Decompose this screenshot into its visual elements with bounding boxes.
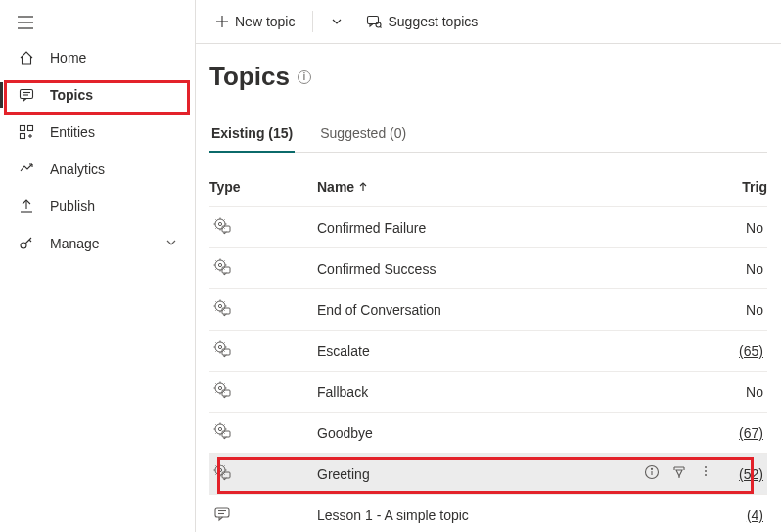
- suggest-topics-button[interactable]: Suggest topics: [360, 10, 483, 33]
- analytics-icon: [18, 160, 35, 178]
- svg-point-39: [218, 468, 221, 471]
- new-topic-button[interactable]: New topic: [209, 10, 300, 33]
- svg-point-43: [651, 468, 652, 469]
- trace-icon[interactable]: [671, 465, 687, 483]
- svg-rect-8: [21, 134, 25, 139]
- sidebar-item-label: Manage: [50, 236, 100, 251]
- page-title-text: Topics: [209, 62, 290, 92]
- more-icon[interactable]: [699, 465, 712, 483]
- table-row[interactable]: Fallback No: [209, 372, 767, 413]
- svg-point-46: [705, 470, 707, 472]
- publish-icon: [18, 198, 35, 215]
- row-name: Fallback: [317, 384, 611, 400]
- col-name[interactable]: Name: [317, 179, 611, 195]
- table-header: Type Name Trig: [209, 166, 767, 207]
- svg-point-36: [218, 427, 221, 430]
- svg-rect-25: [222, 267, 230, 273]
- table-row[interactable]: End of Conversation No: [209, 289, 767, 331]
- row-trigger: No: [718, 302, 767, 318]
- sidebar-item-manage[interactable]: Manage: [0, 225, 195, 262]
- suggest-topics-label: Suggest topics: [388, 14, 478, 29]
- row-type-icon: [209, 258, 317, 279]
- tab-existing[interactable]: Existing (15): [209, 117, 295, 153]
- tabs: Existing (15) Suggested (0): [209, 117, 767, 153]
- row-trigger: No: [718, 384, 767, 400]
- row-name: Confirmed Success: [317, 261, 611, 277]
- svg-line-18: [381, 26, 382, 27]
- new-topic-dropdown[interactable]: [325, 12, 348, 31]
- sidebar-item-publish[interactable]: Publish: [0, 188, 195, 225]
- row-name: Goodbye: [317, 425, 611, 441]
- table-row[interactable]: Escalate (65): [209, 331, 767, 372]
- col-type[interactable]: Type: [209, 179, 317, 195]
- details-icon[interactable]: [644, 465, 660, 483]
- row-name: Confirmed Failure: [317, 220, 611, 236]
- svg-rect-22: [222, 226, 230, 232]
- sidebar-item-home[interactable]: Home: [0, 39, 195, 76]
- svg-point-30: [218, 345, 221, 348]
- svg-rect-31: [222, 349, 230, 355]
- row-trigger[interactable]: (52): [718, 466, 767, 482]
- row-name: End of Conversation: [317, 302, 611, 318]
- sidebar-item-label: Topics: [50, 87, 93, 103]
- toolbar-separator: [312, 11, 313, 32]
- svg-rect-3: [21, 90, 33, 99]
- svg-rect-28: [222, 308, 230, 314]
- sidebar-item-topics[interactable]: Topics: [0, 76, 195, 113]
- sidebar-item-label: Analytics: [50, 161, 105, 177]
- row-name: Greeting: [317, 466, 611, 482]
- new-topic-label: New topic: [235, 14, 295, 29]
- col-trigger[interactable]: Trig: [718, 179, 767, 195]
- row-name: Escalate: [317, 343, 611, 359]
- table-row[interactable]: Confirmed Success No: [209, 248, 767, 289]
- info-icon[interactable]: i: [298, 70, 311, 84]
- sidebar: Home Topics: [0, 0, 196, 532]
- row-trigger: No: [718, 220, 767, 236]
- sidebar-item-analytics[interactable]: Analytics: [0, 151, 195, 188]
- manage-icon: [18, 235, 35, 252]
- row-name: Lesson 1 - A simple topic: [317, 508, 611, 523]
- table-row[interactable]: Lesson 1 - A simple topic (4): [209, 495, 767, 532]
- hamburger-menu[interactable]: [0, 4, 195, 39]
- svg-rect-48: [215, 508, 229, 517]
- svg-point-47: [705, 474, 707, 476]
- entities-icon: [18, 123, 35, 141]
- sidebar-item-label: Entities: [50, 124, 95, 140]
- row-trigger[interactable]: (4): [718, 508, 767, 523]
- toolbar: New topic Suggest topics: [196, 0, 781, 44]
- svg-rect-40: [222, 472, 230, 478]
- chevron-down-icon: [331, 16, 343, 27]
- suggest-icon: [366, 14, 382, 29]
- home-icon: [18, 49, 35, 66]
- topics-icon: [18, 86, 35, 104]
- row-type-icon: [209, 464, 317, 484]
- sidebar-item-label: Publish: [50, 199, 95, 214]
- sort-asc-icon: [358, 182, 368, 192]
- svg-point-27: [218, 304, 221, 307]
- svg-point-45: [705, 466, 707, 468]
- table-row[interactable]: Goodbye (67): [209, 413, 767, 454]
- page-title: Topics i: [209, 62, 767, 92]
- table-row[interactable]: Confirmed Failure No: [209, 207, 767, 248]
- sidebar-item-entities[interactable]: Entities: [0, 113, 195, 151]
- topics-table: Type Name Trig Confirmed Failure No: [209, 166, 767, 532]
- row-type-icon: [209, 340, 317, 361]
- row-trigger[interactable]: (65): [718, 343, 767, 359]
- row-type-icon: [209, 217, 317, 238]
- row-actions: [611, 465, 718, 483]
- svg-point-33: [218, 386, 221, 389]
- row-type-icon: [209, 505, 317, 525]
- hamburger-icon: [18, 16, 33, 29]
- row-trigger: No: [718, 261, 767, 277]
- svg-rect-34: [222, 390, 230, 396]
- plus-icon: [215, 15, 229, 28]
- chevron-down-icon: [165, 236, 177, 251]
- svg-point-21: [218, 222, 221, 225]
- svg-rect-6: [21, 126, 25, 131]
- row-type-icon: [209, 381, 317, 402]
- tab-suggested[interactable]: Suggested (0): [318, 117, 408, 152]
- svg-point-24: [218, 263, 221, 266]
- table-row[interactable]: Greeting (52): [209, 454, 767, 495]
- svg-rect-37: [222, 431, 230, 437]
- row-trigger[interactable]: (67): [718, 425, 767, 441]
